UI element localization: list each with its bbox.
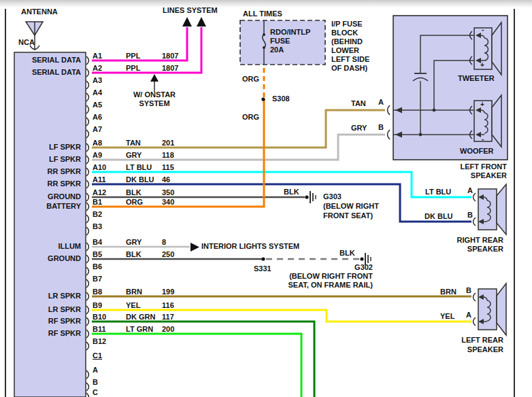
left-rear-speaker-name-line2: SPEAKER: [467, 345, 503, 354]
circuit-number-label: 118: [162, 151, 174, 160]
interior-lights-label: INTERIOR LIGHTS SYSTEM: [201, 242, 299, 251]
pin-id-label: A4: [93, 88, 102, 97]
rr-terminal-b-wire-label: DK BLU: [425, 212, 453, 221]
left-rear-speaker-name-line1: LEFT REAR: [461, 336, 503, 345]
pin-bracket: [86, 105, 89, 114]
connector-function-label: GROUND: [15, 192, 81, 201]
wire-B11: [92, 334, 301, 397]
pin-bracket: [86, 203, 89, 211]
left-front-speaker-name-line1: LEFT FRONT: [461, 162, 507, 171]
fuse-location-line3: (BEHIND: [331, 37, 363, 46]
circuit-number-label: 117: [162, 313, 174, 322]
g302-location-line1: (BELOW RIGHT FRONT: [289, 272, 373, 281]
circuit-number-label: 199: [162, 288, 174, 296]
pin-bracket: [86, 118, 89, 126]
junction-dot: [419, 133, 422, 137]
pin-bracket: [86, 243, 89, 251]
pin-bracket: [86, 227, 89, 235]
pin-bracket: [86, 93, 89, 101]
pin-id-label: A10: [93, 163, 106, 172]
splice-s308-dot: [261, 97, 265, 101]
wire-color-label: DK BLU: [126, 175, 154, 184]
pin-id-label: B11: [93, 325, 106, 334]
rr-terminal-a-letter: A: [467, 186, 473, 195]
circuit-number-label: 1807: [162, 52, 178, 61]
pin-bracket: [86, 306, 89, 314]
pin-bracket: [86, 168, 89, 176]
rr-terminal-a-wire-label: LT BLU: [425, 188, 451, 196]
wire-color-label: PPL: [126, 64, 140, 73]
wire-color-label: GRY: [126, 238, 142, 247]
fuse-location-line4: LOWER: [331, 46, 359, 55]
pin-id-label: A11: [93, 175, 106, 184]
lines-system-arrow-2: [197, 17, 206, 27]
woofer-plus-sign: +: [480, 101, 484, 108]
wiring-diagram-page: ANTENNA NCA LINES SYSTEM ALL TIMES RDO/I…: [0, 0, 532, 397]
circuit-number-label: 116: [162, 301, 174, 310]
woofer-icon: [470, 95, 502, 147]
lr-terminal-a-wire-label: YEL: [440, 312, 454, 321]
pin-id-label: B8: [93, 288, 102, 296]
connector-function-label: LF SPKR: [15, 155, 81, 164]
wire-color-label: TAN: [126, 139, 141, 148]
lr-terminal-b-letter: B: [466, 286, 471, 295]
g303-location-line1: (BELOW RIGHT: [323, 202, 379, 211]
pin-id-label: C1: [93, 351, 102, 360]
pin-id-label: B5: [93, 250, 102, 259]
interior-lights-arrow: [190, 243, 199, 252]
circuit-number-label: 200: [162, 325, 174, 334]
circuit-number-label: 115: [162, 163, 174, 172]
pin-bracket: [86, 130, 89, 138]
g303-ground-icon: [305, 191, 316, 203]
onstar-arrow: [150, 74, 159, 82]
circuit-number-label: 250: [162, 250, 174, 259]
splice-s331-dot: [261, 257, 265, 260]
pin-bracket-layer: [86, 56, 89, 397]
connector-function-label: SERIAL DATA: [15, 68, 81, 77]
connector-function-label: RR SPKR: [15, 179, 81, 188]
circuit-number-label: 201: [162, 139, 174, 148]
radio-connector-block: [14, 52, 86, 397]
right-rear-speaker-name-line2: SPEAKER: [467, 245, 503, 254]
pin-id-label: A9: [93, 151, 102, 160]
circuit-number-label: 350: [162, 188, 174, 197]
wire-color-label: DK GRN: [126, 313, 155, 322]
nca-label: NCA: [18, 38, 35, 47]
pin-id-label: A: [93, 366, 98, 375]
pin-bracket: [86, 215, 89, 223]
lf-terminal-a-wire-label: TAN: [351, 99, 366, 108]
fuse-location-line1: I/P FUSE: [331, 20, 363, 29]
pin-id-label: B1: [93, 198, 102, 207]
pin-bracket: [86, 393, 89, 397]
woofer-minus-sign: -: [482, 136, 484, 143]
pin-id-label: A6: [93, 113, 102, 122]
pin-bracket: [86, 180, 89, 188]
right-rear-speaker-icon: [473, 184, 507, 235]
junction-dot: [433, 109, 436, 112]
pin-id-label: A5: [93, 101, 102, 109]
tweeter-label: TWEETER: [458, 74, 495, 83]
pin-id-label: A12: [93, 188, 106, 197]
rr-terminal-b-letter: B: [467, 211, 473, 220]
fuse-name-line1: RDO/INTLP: [270, 28, 310, 37]
pin-id-label: B2: [93, 210, 102, 219]
s308-label: S308: [272, 94, 290, 103]
fuse-location-line6: OF DASH): [331, 64, 367, 73]
pin-id-label: B12: [93, 337, 106, 346]
connector-function-label: ILLUM: [15, 242, 81, 251]
pin-id-label: A7: [93, 125, 102, 134]
all-times-label: ALL TIMES: [243, 10, 282, 18]
pin-bracket: [86, 255, 89, 263]
lines-system-arrow-1: [182, 17, 192, 27]
pin-id-label: A3: [93, 76, 102, 85]
lr-terminal-b-wire-label: BRN: [440, 288, 456, 296]
circuit-number-label: 8: [162, 238, 166, 247]
wire-color-label: ORG: [126, 198, 143, 207]
connector-function-label: RF SPKR: [15, 317, 81, 326]
pin-id-label: A2: [93, 64, 102, 73]
pin-bracket: [86, 370, 89, 379]
pin-id-label: B4: [93, 238, 102, 247]
wire-color-label: GRY: [126, 151, 142, 160]
wire-color-label: PPL: [126, 52, 140, 61]
pin-bracket: [86, 342, 89, 350]
